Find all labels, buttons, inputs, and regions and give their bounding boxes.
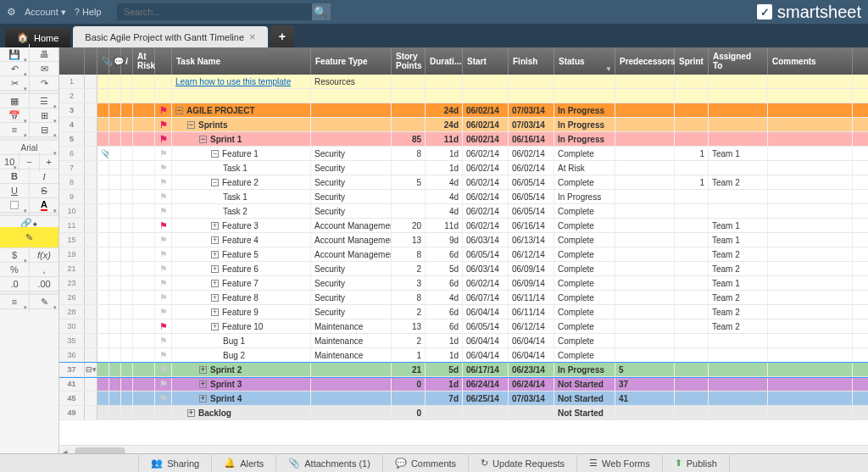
expand-icon[interactable]: + [211,323,219,330]
expand-icon[interactable]: − [211,150,219,158]
flag-icon[interactable]: ⚑ [159,307,168,318]
flag-icon[interactable]: ⚑ [159,292,168,303]
flag-icon[interactable]: ⚑ [159,206,168,217]
col-status[interactable]: Status▼ [554,47,615,75]
col-at-risk[interactable]: At Risk [133,47,155,75]
table-row[interactable]: 3⚑−AGILE PROJECT24d06/02/1407/03/14In Pr… [59,103,868,118]
flag-icon[interactable]: ⚑ [159,264,168,275]
expand-icon[interactable]: + [199,366,207,374]
flag-icon[interactable]: ⚑ [159,134,168,145]
expand-icon[interactable]: + [211,294,219,302]
col-sprint[interactable]: Sprint [675,47,709,75]
table-row[interactable]: 23⚑+Feature 7Security36d06/02/1406/09/14… [59,276,868,291]
table-row[interactable]: 35⚑Bug 1Maintenance21d06/04/1406/04/14Co… [59,334,868,348]
update-requests-button[interactable]: ↻Update Requests [469,455,577,471]
expand-icon[interactable]: + [211,280,219,287]
expand-icon[interactable]: + [187,409,195,417]
table-row[interactable]: 8⚑−Feature 2Security54d06/02/1406/05/14C… [59,175,868,190]
flag-icon[interactable]: ⚑ [159,192,168,203]
flag-icon[interactable]: ⚑ [159,278,168,289]
alerts-button[interactable]: 🔔Alerts [212,455,276,471]
table-row[interactable]: 21⚑+Feature 6Security25d06/03/1406/09/14… [59,262,868,276]
flag-icon[interactable]: ⚑ [159,321,168,332]
grid: 📎 💬 i At Risk Task Name Feature Type Sto… [59,47,868,458]
align-icon[interactable]: ≡ [0,292,30,312]
expand-icon[interactable]: − [199,136,207,143]
table-row[interactable]: 10⚑Task 2Security4d06/02/1406/05/14Compl… [59,204,868,219]
brand-logo: ✓ smartsheet [757,3,861,22]
close-icon[interactable]: × [249,31,256,43]
tab-add[interactable]: + [270,25,294,47]
col-assigned[interactable]: Assigned To [709,47,768,75]
expand-icon[interactable]: + [211,251,219,258]
table-row[interactable]: 41⚑+Sprint 301d06/24/1406/24/14Not Start… [59,377,868,391]
help-link[interactable]: ? Help [75,7,102,17]
table-row[interactable]: 6📎⚑−Feature 1Security81d06/02/1406/02/14… [59,147,868,161]
flag-icon[interactable]: ⚑ [159,393,168,404]
gear-icon[interactable]: ⚙ [7,6,16,18]
format-icon[interactable]: ✎ [30,292,58,312]
attachment-icon[interactable]: 📎 [101,149,109,158]
publish-button[interactable]: ⬆Publish [663,455,730,471]
expand-icon[interactable]: + [211,222,219,230]
table-row[interactable]: 1Learn how to use this templateResources [59,75,868,89]
col-predecessors[interactable]: Predecessors [615,47,675,75]
col-feature-type[interactable]: Feature Type [311,47,392,75]
expand-icon[interactable]: − [211,179,219,186]
table-row[interactable]: 2 [59,89,868,103]
expand-icon[interactable]: + [199,380,207,388]
col-attachment[interactable]: 📎 [97,47,109,75]
table-row[interactable]: 15⚑+Feature 4Account Managemen139d06/03/… [59,233,868,247]
table-row[interactable]: 36⚑Bug 2Maintenance11d06/04/1406/04/14Co… [59,348,868,363]
flag-icon[interactable]: ⚑ [159,379,168,390]
flag-icon[interactable]: ⚑ [159,336,168,347]
table-row[interactable]: 4⚑−Sprints24d06/02/1407/03/14In Progress [59,118,868,132]
tab-sheet[interactable]: Basic Agile Project with Gantt Timeline … [73,26,267,47]
expand-icon[interactable]: + [211,236,219,244]
table-row[interactable]: 26⚑+Feature 8Security84d06/07/1406/11/14… [59,291,868,305]
filter-icon[interactable]: ▼ [605,65,612,73]
search-input[interactable] [117,3,312,20]
rows-container[interactable]: 1Learn how to use this templateResources… [59,75,868,445]
col-comments[interactable]: Comments [768,47,853,75]
flag-icon[interactable]: ⚑ [159,163,168,174]
flag-icon[interactable]: ⚑ [159,350,168,361]
left-toolbar: 💾🖶 ↶✉ ✂↷ ▦☰ 📅⊞ ≡⊟ Arial 10−+ BI US A 🔗⬥ … [0,47,59,458]
col-task-name[interactable]: Task Name [172,47,311,75]
expand-icon[interactable]: − [175,107,183,114]
flag-icon[interactable]: ⚑ [159,105,168,116]
table-row[interactable]: 9⚑Task 1Security4d06/02/1406/05/14In Pro… [59,190,868,204]
expand-icon[interactable]: + [211,265,219,273]
table-row[interactable]: 45⚑+Sprint 47d06/25/1407/03/14Not Starte… [59,391,868,406]
flag-icon[interactable]: ⚑ [159,220,168,231]
expand-icon[interactable]: − [187,121,195,129]
attachments-button[interactable]: 📎Attachments (1) [276,455,383,471]
flag-icon[interactable]: ⚑ [159,119,168,130]
col-finish[interactable]: Finish [509,47,554,75]
search-button[interactable]: 🔍 [312,3,331,20]
flag-icon[interactable]: ⚑ [159,235,168,246]
flag-icon[interactable]: ⚑ [159,249,168,260]
table-row[interactable]: 7⚑Task 1Security1d06/02/1406/02/14At Ris… [59,161,868,175]
table-row[interactable]: 5⚑−Sprint 18511d06/02/1406/16/14In Progr… [59,132,868,147]
comments-button[interactable]: 💬Comments [383,455,469,471]
col-start[interactable]: Start [463,47,509,75]
sharing-button[interactable]: 👥Sharing [138,455,212,471]
table-row[interactable]: 19⚑+Feature 5Account Managemen86d06/05/1… [59,247,868,262]
table-row[interactable]: 28⚑+Feature 9Security26d06/04/1406/11/14… [59,305,868,319]
account-link[interactable]: Account ▾ [25,7,66,18]
col-discussion[interactable]: 💬 [109,47,121,75]
col-story-points[interactable]: Story Points [392,47,426,75]
col-duration[interactable]: Durati... [426,47,463,75]
table-row[interactable]: 49+Backlog0Not Started [59,406,868,420]
web-forms-button[interactable]: ☰Web Forms [577,455,663,471]
table-row[interactable]: 37⊟▾⚑+Sprint 2215d06/17/1406/23/14In Pro… [59,363,868,377]
flag-icon[interactable]: ⚑ [159,148,168,159]
expand-icon[interactable]: + [211,308,219,316]
expand-icon[interactable]: + [199,395,207,403]
table-row[interactable]: 11⚑+Feature 3Account Managemen2011d06/02… [59,219,868,233]
flag-icon[interactable]: ⚑ [159,177,168,188]
table-row[interactable]: 30⚑+Feature 10Maintenance136d06/05/1406/… [59,319,868,334]
flag-icon[interactable]: ⚑ [159,364,168,375]
col-info[interactable]: i [121,47,133,75]
